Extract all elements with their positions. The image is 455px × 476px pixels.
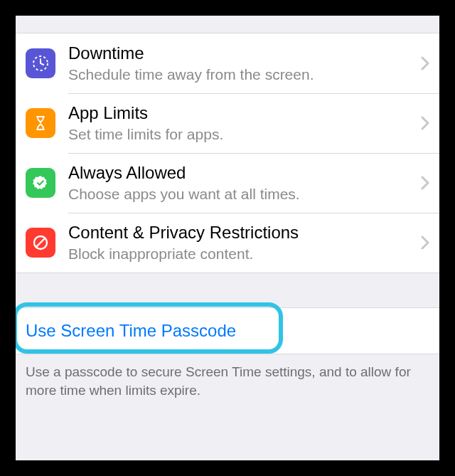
chevron-right-icon	[421, 176, 429, 190]
row-app-limits[interactable]: App Limits Set time limits for apps.	[16, 93, 439, 153]
chevron-right-icon	[421, 236, 429, 250]
row-subtitle: Block inappropriate content.	[68, 245, 415, 263]
settings-pane: Downtime Schedule time away from the scr…	[16, 16, 439, 460]
row-texts: Content & Privacy Restrictions Block ina…	[68, 223, 415, 263]
row-downtime[interactable]: Downtime Schedule time away from the scr…	[16, 33, 439, 93]
passcode-group: Use Screen Time Passcode	[16, 307, 439, 354]
always-allowed-icon	[26, 168, 55, 198]
row-subtitle: Choose apps you want at all times.	[68, 185, 415, 203]
row-content-privacy[interactable]: Content & Privacy Restrictions Block ina…	[16, 213, 439, 273]
screen-time-group: Downtime Schedule time away from the scr…	[16, 33, 439, 273]
svg-line-2	[36, 238, 45, 247]
chevron-right-icon	[421, 56, 429, 70]
row-title: Downtime	[68, 43, 415, 64]
row-texts: Downtime Schedule time away from the scr…	[68, 43, 415, 83]
row-texts: Always Allowed Choose apps you want at a…	[68, 163, 415, 203]
row-always-allowed[interactable]: Always Allowed Choose apps you want at a…	[16, 153, 439, 213]
chevron-right-icon	[421, 116, 429, 130]
downtime-icon	[26, 48, 55, 78]
content-privacy-icon	[26, 228, 55, 258]
row-subtitle: Set time limits for apps.	[68, 125, 415, 143]
passcode-footer-text: Use a passcode to secure Screen Time set…	[16, 354, 439, 399]
use-screen-time-passcode-button[interactable]: Use Screen Time Passcode	[16, 308, 439, 354]
row-title: App Limits	[68, 103, 415, 124]
row-subtitle: Schedule time away from the screen.	[68, 65, 415, 83]
row-title: Content & Privacy Restrictions	[68, 223, 415, 243]
link-label: Use Screen Time Passcode	[26, 321, 236, 340]
app-limits-icon	[26, 108, 55, 138]
row-texts: App Limits Set time limits for apps.	[68, 103, 415, 143]
row-title: Always Allowed	[68, 163, 415, 184]
